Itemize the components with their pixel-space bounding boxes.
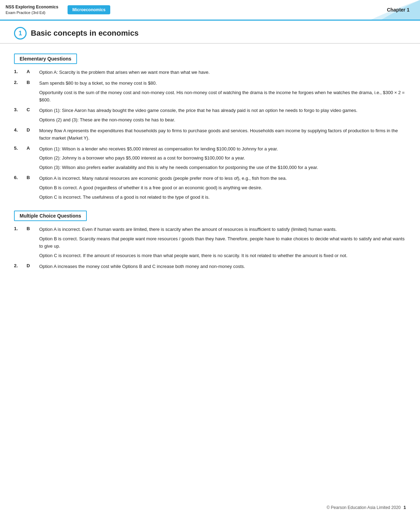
chapter-title-row: 1 Basic concepts in economics [0,21,420,44]
mcq-heading-text: Multiple Choice Questions [20,213,81,219]
section-elementary: Elementary Questions 1. A Option A: Scar… [14,47,406,201]
table-row: 1. B Option A is incorrect. Even if huma… [14,226,406,259]
elementary-section-heading: Elementary Questions [14,54,77,64]
qa-explanation-3: Option (1): Since Aaron has already boug… [39,107,406,124]
qa-number-5: 5. [14,146,27,151]
qa-number-1: 1. [14,69,27,74]
book-title: NSS Exploring Economics [6,4,58,10]
qa-explanation-6: Option A is incorrect. Many natural reso… [39,175,406,201]
elementary-qa-list: 1. A Option A: Scarcity is the problem t… [14,69,406,201]
copyright-text: © Pearson Education Asia Limited 2020 [327,505,401,510]
table-row: 6. B Option A is incorrect. Many natural… [14,175,406,201]
qa-answer-2: B [27,80,39,85]
subject-tag: Microeconomics [68,5,111,14]
qa-number-4: 4. [14,127,27,133]
qa-answer-1: A [27,69,39,74]
qa-explanation-2: Sam spends $80 to buy a ticket, so the m… [39,80,406,104]
qa-explanation-4: Money flow A represents the expenditures… [39,127,406,142]
footer: © Pearson Education Asia Limited 2020 1 [0,505,420,510]
chapter-title: Basic concepts in economics [31,29,139,38]
chapter-number-icon: 1 [14,27,27,40]
table-row: 3. C Option (1): Since Aaron has already… [14,107,406,124]
qa-answer-3: C [27,107,39,112]
table-row: 2. D Option A increases the money cost w… [14,263,406,270]
chapter-label: Chapter 1 [387,7,410,13]
mcq-explanation-1: Option A is incorrect. Even if human wan… [39,226,406,259]
section-mcq: Multiple Choice Questions 1. B Option A … [14,204,406,270]
mcq-section-heading: Multiple Choice Questions [14,211,87,221]
content-area: Elementary Questions 1. A Option A: Scar… [0,47,420,288]
mcq-answer-2: D [27,263,39,268]
qa-number-2: 2. [14,80,27,85]
qa-answer-4: D [27,127,39,133]
header: NSS Exploring Economics Exam Practice (3… [0,0,420,21]
header-left: NSS Exploring Economics Exam Practice (3… [0,0,64,20]
table-row: 5. A Option (1): Wilson is a lender who … [14,146,406,171]
elementary-heading-text: Elementary Questions [20,56,71,62]
mcq-explanation-2: Option A increases the money cost while … [39,263,406,270]
qa-answer-6: B [27,175,39,180]
qa-answer-5: A [27,146,39,151]
page: NSS Exploring Economics Exam Practice (3… [0,0,420,517]
table-row: 4. D Money flow A represents the expendi… [14,127,406,142]
mcq-qa-list: 1. B Option A is incorrect. Even if huma… [14,226,406,270]
table-row: 1. A Option A: Scarcity is the problem t… [14,69,406,76]
mcq-number-1: 1. [14,226,27,231]
header-center: Microeconomics [64,0,111,20]
page-number: 1 [404,505,406,510]
book-subtitle: Exam Practice (3rd Ed) [6,10,58,15]
table-row: 2. B Sam spends $80 to buy a ticket, so … [14,80,406,104]
qa-number-3: 3. [14,107,27,112]
qa-number-6: 6. [14,175,27,180]
mcq-number-2: 2. [14,263,27,268]
mcq-answer-1: B [27,226,39,231]
qa-explanation-5: Option (1): Wilson is a lender who recei… [39,146,406,171]
qa-explanation-1: Option A: Scarcity is the problem that a… [39,69,406,76]
